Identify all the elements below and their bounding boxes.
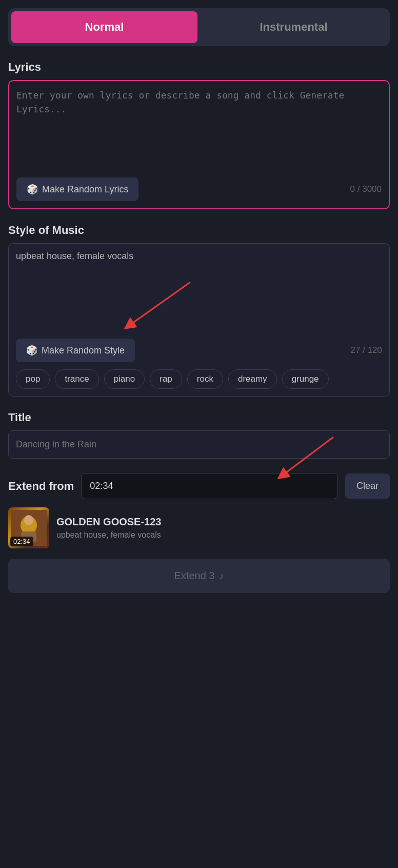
make-random-lyrics-button[interactable]: 🎲 Make Random Lyrics bbox=[16, 177, 138, 201]
svg-line-3 bbox=[282, 437, 333, 476]
title-label: Title bbox=[8, 411, 390, 424]
song-thumbnail: 02:34 bbox=[8, 507, 49, 548]
dice-icon-style: 🎲 bbox=[26, 345, 37, 356]
tag-pop[interactable]: pop bbox=[16, 369, 50, 389]
make-random-style-button[interactable]: 🎲 Make Random Style bbox=[16, 339, 135, 362]
tag-trance[interactable]: trance bbox=[55, 369, 98, 389]
make-random-style-label: Make Random Style bbox=[42, 345, 125, 356]
clear-button[interactable]: Clear bbox=[345, 474, 390, 499]
extend-action-button[interactable]: Extend 3 ♪ bbox=[8, 559, 390, 593]
tag-dreamy[interactable]: dreamy bbox=[228, 369, 277, 389]
style-tags-row: pop trance piano rap rock dreamy grunge bbox=[16, 369, 382, 389]
annotation-arrow-2 bbox=[267, 432, 349, 483]
extend-action-label: Extend 3 bbox=[174, 570, 215, 582]
make-random-lyrics-label: Make Random Lyrics bbox=[42, 184, 128, 195]
music-note-icon: ♪ bbox=[218, 570, 224, 582]
style-box: upbeat house, female vocals 🎲 Make Rando… bbox=[8, 243, 390, 397]
svg-line-1 bbox=[129, 282, 190, 326]
lyrics-char-count: 0 / 3000 bbox=[350, 184, 382, 194]
instrumental-mode-button[interactable]: Instrumental bbox=[201, 11, 387, 43]
song-style: upbeat house, female vocals bbox=[56, 530, 390, 540]
lyrics-box: 🎲 Make Random Lyrics 0 / 3000 bbox=[8, 80, 390, 209]
song-card: 02:34 GOLDEN GOOSE-123 upbeat house, fem… bbox=[8, 507, 390, 548]
style-label: Style of Music bbox=[8, 224, 390, 237]
lyrics-input[interactable] bbox=[16, 88, 382, 170]
tag-rock[interactable]: rock bbox=[187, 369, 223, 389]
tag-piano[interactable]: piano bbox=[104, 369, 145, 389]
lyrics-section: Lyrics 🎲 Make Random Lyrics 0 / 3000 bbox=[8, 61, 390, 209]
dice-icon: 🎲 bbox=[27, 184, 38, 195]
song-info: GOLDEN GOOSE-123 upbeat house, female vo… bbox=[56, 516, 390, 540]
song-title: GOLDEN GOOSE-123 bbox=[56, 516, 390, 528]
song-time-badge: 02:34 bbox=[10, 537, 33, 546]
svg-point-6 bbox=[24, 515, 33, 525]
lyrics-footer: 🎲 Make Random Lyrics 0 / 3000 bbox=[16, 177, 382, 201]
style-char-count: 27 / 120 bbox=[351, 345, 382, 356]
annotation-arrow-1 bbox=[108, 277, 211, 339]
style-value-text: upbeat house, female vocals bbox=[16, 251, 382, 262]
style-section: Style of Music upbeat house, female voca… bbox=[8, 224, 390, 397]
tag-rap[interactable]: rap bbox=[150, 369, 182, 389]
style-footer: 🎲 Make Random Style 27 / 120 bbox=[16, 339, 382, 362]
mode-toggle: Normal Instrumental bbox=[8, 8, 390, 46]
extend-section: Extend from Clear bbox=[8, 473, 390, 593]
tag-grunge[interactable]: grunge bbox=[282, 369, 329, 389]
lyrics-label: Lyrics bbox=[8, 61, 390, 74]
extend-from-label: Extend from bbox=[8, 480, 74, 493]
normal-mode-button[interactable]: Normal bbox=[11, 11, 197, 43]
